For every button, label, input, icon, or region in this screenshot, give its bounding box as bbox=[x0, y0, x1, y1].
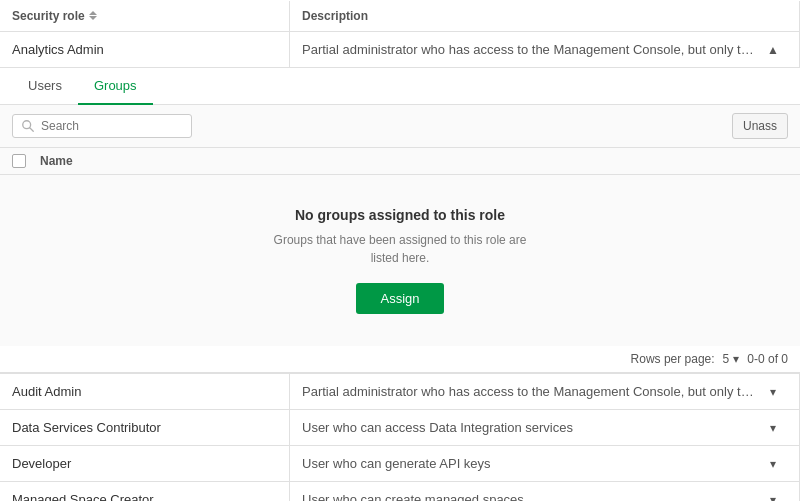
managed-space-name: Managed Space Creator bbox=[0, 482, 290, 501]
name-header-text: Name bbox=[40, 154, 73, 168]
developer-row[interactable]: Developer User who can generate API keys… bbox=[0, 446, 800, 482]
audit-admin-description: Partial administrator who has access to … bbox=[290, 374, 800, 409]
inner-rows-chevron: ▾ bbox=[733, 352, 739, 366]
developer-name: Developer bbox=[0, 446, 290, 481]
data-services-name: Data Services Contributor bbox=[0, 410, 290, 445]
developer-expand-button[interactable]: ▾ bbox=[759, 450, 787, 478]
table-header-row: Security role Description bbox=[0, 0, 800, 32]
managed-space-row[interactable]: Managed Space Creator User who can creat… bbox=[0, 482, 800, 501]
tabs-bar: Users Groups bbox=[0, 68, 800, 105]
developer-desc-text: User who can generate API keys bbox=[302, 456, 759, 471]
developer-name-text: Developer bbox=[12, 456, 71, 471]
analytics-name-text: Analytics Admin bbox=[12, 42, 104, 57]
security-role-header: Security role bbox=[0, 1, 290, 31]
checkbox-col-header bbox=[12, 154, 40, 168]
tab-users[interactable]: Users bbox=[12, 68, 78, 105]
search-input-wrapper bbox=[12, 114, 192, 138]
svg-line-1 bbox=[30, 128, 34, 132]
audit-admin-expand-button[interactable]: ▾ bbox=[759, 378, 787, 406]
search-bar: Unass bbox=[0, 105, 800, 148]
data-services-name-text: Data Services Contributor bbox=[12, 420, 161, 435]
security-role-label: Security role bbox=[12, 9, 85, 23]
name-column-header: Name bbox=[40, 154, 73, 168]
analytics-admin-name: Analytics Admin bbox=[0, 32, 290, 67]
unassign-button-label: Unass bbox=[743, 119, 777, 133]
expanded-panel: Users Groups Unass bbox=[0, 68, 800, 374]
description-label: Description bbox=[302, 9, 368, 23]
inner-page-info: 0-0 of 0 bbox=[747, 352, 788, 366]
analytics-admin-row[interactable]: Analytics Admin Partial administrator wh… bbox=[0, 32, 800, 68]
data-services-description: User who can access Data Integration ser… bbox=[290, 410, 800, 445]
assign-button-label: Assign bbox=[380, 291, 419, 306]
empty-state-title: No groups assigned to this role bbox=[295, 207, 505, 223]
description-header: Description bbox=[290, 1, 800, 31]
analytics-admin-description: Partial administrator who has access to … bbox=[290, 32, 800, 67]
empty-state-subtitle: Groups that have been assigned to this r… bbox=[274, 231, 527, 267]
empty-state: No groups assigned to this role Groups t… bbox=[0, 175, 800, 346]
developer-description: User who can generate API keys ▾ bbox=[290, 446, 800, 481]
search-icon bbox=[21, 119, 35, 133]
data-services-expand-button[interactable]: ▾ bbox=[759, 414, 787, 442]
managed-space-desc-text: User who can create managed spaces bbox=[302, 492, 759, 501]
managed-space-expand-button[interactable]: ▾ bbox=[759, 486, 787, 502]
audit-admin-name: Audit Admin bbox=[0, 374, 290, 409]
audit-admin-desc-text: Partial administrator who has access to … bbox=[302, 384, 759, 399]
tab-users-label: Users bbox=[28, 78, 62, 93]
inner-rows-select[interactable]: 5 ▾ bbox=[723, 352, 740, 366]
data-services-desc-text: User who can access Data Integration ser… bbox=[302, 420, 759, 435]
analytics-desc-text: Partial administrator who has access to … bbox=[302, 42, 759, 57]
tab-groups[interactable]: Groups bbox=[78, 68, 153, 105]
groups-table-header: Name bbox=[0, 148, 800, 175]
data-services-row[interactable]: Data Services Contributor User who can a… bbox=[0, 410, 800, 446]
unassign-button[interactable]: Unass bbox=[732, 113, 788, 139]
managed-space-description: User who can create managed spaces ▾ bbox=[290, 482, 800, 501]
tab-groups-label: Groups bbox=[94, 78, 137, 93]
sort-icon[interactable] bbox=[89, 11, 97, 20]
inner-pagination: Rows per page: 5 ▾ 0-0 of 0 bbox=[0, 346, 800, 373]
select-all-checkbox[interactable] bbox=[12, 154, 26, 168]
assign-button[interactable]: Assign bbox=[356, 283, 443, 314]
analytics-collapse-button[interactable]: ▲ bbox=[759, 36, 787, 64]
inner-rows-value: 5 bbox=[723, 352, 730, 366]
audit-admin-name-text: Audit Admin bbox=[12, 384, 81, 399]
audit-admin-row[interactable]: Audit Admin Partial administrator who ha… bbox=[0, 374, 800, 410]
managed-space-name-text: Managed Space Creator bbox=[12, 492, 154, 501]
main-container: Security role Description Analytics Admi… bbox=[0, 0, 800, 501]
inner-rows-label: Rows per page: bbox=[631, 352, 715, 366]
search-input[interactable] bbox=[41, 119, 183, 133]
